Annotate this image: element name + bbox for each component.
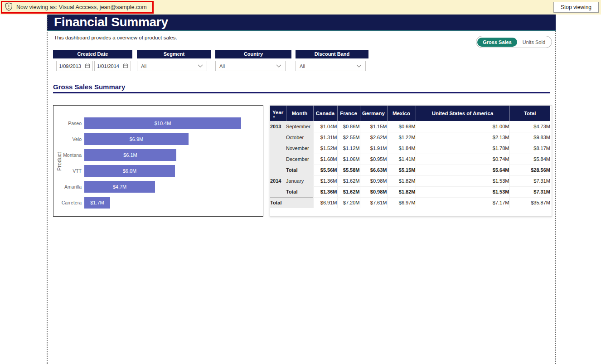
gross-sales-matrix[interactable]: Year▲MonthCanadaFranceGermanyMexicoUnite…: [270, 105, 552, 217]
month-cell[interactable]: December: [286, 154, 313, 165]
table-row[interactable]: December$1.68M$1.06M$0.95M$1.41M$0.74M$5…: [270, 154, 550, 165]
value-cell[interactable]: $0.95M: [360, 154, 387, 165]
value-cell[interactable]: $5.64M: [416, 165, 509, 175]
row-total-cell[interactable]: $9.83M: [509, 132, 550, 143]
month-cell[interactable]: Total: [286, 165, 313, 175]
year-cell[interactable]: [270, 132, 286, 143]
year-cell[interactable]: 2014: [270, 175, 286, 186]
year-cell[interactable]: Total: [270, 197, 286, 208]
row-total-cell[interactable]: $7.31M: [509, 186, 550, 197]
bar-carretera[interactable]: $1.7M: [84, 197, 110, 209]
month-cell[interactable]: January: [286, 175, 313, 186]
row-total-cell[interactable]: $35.87M: [509, 197, 550, 208]
row-total-cell[interactable]: $8.17M: [509, 143, 550, 154]
year-cell[interactable]: [270, 165, 286, 175]
value-cell[interactable]: $1.36M: [313, 186, 337, 197]
value-cell[interactable]: $7.20M: [337, 197, 360, 208]
year-cell[interactable]: [270, 186, 286, 197]
value-cell[interactable]: $0.86M: [337, 121, 360, 132]
column-header-mexico[interactable]: Mexico: [387, 106, 416, 121]
value-cell[interactable]: $0.98M: [360, 175, 387, 186]
country-dropdown[interactable]: All: [215, 61, 286, 71]
table-row[interactable]: 2013September$1.04M$0.86M$1.15M$0.68M$1.…: [270, 121, 550, 132]
value-cell[interactable]: $6.63M: [360, 165, 387, 175]
row-total-cell[interactable]: $28.56M: [509, 165, 550, 175]
value-cell[interactable]: $1.53M: [416, 175, 509, 186]
year-cell[interactable]: [270, 143, 286, 154]
bar-montana[interactable]: $6.1M: [84, 149, 176, 161]
table-row[interactable]: Total$1.36M$1.62M$0.98M$1.82M$1.53M$7.31…: [270, 186, 550, 197]
month-cell[interactable]: November: [286, 143, 313, 154]
column-header-france[interactable]: France: [337, 106, 360, 121]
value-cell[interactable]: $2.13M: [416, 132, 509, 143]
bar-vtt[interactable]: $6.0M: [84, 165, 175, 177]
measure-toggle[interactable]: Gross Sales Units Sold: [476, 36, 552, 48]
segment-dropdown[interactable]: All: [137, 61, 207, 71]
value-cell[interactable]: $2.62M: [360, 132, 387, 143]
month-cell[interactable]: [286, 197, 313, 208]
discount-band-dropdown[interactable]: All: [296, 61, 366, 71]
value-cell[interactable]: $1.00M: [416, 121, 509, 132]
gross-sales-bar-chart[interactable]: Product Paseo$10.4MVelo$6.9MMontana$6.1M…: [53, 105, 263, 217]
value-cell[interactable]: $1.62M: [337, 175, 360, 186]
month-cell[interactable]: Total: [286, 186, 313, 197]
value-cell[interactable]: $0.74M: [416, 154, 509, 165]
value-cell[interactable]: $1.82M: [387, 175, 416, 186]
column-header-canada[interactable]: Canada: [313, 106, 337, 121]
value-cell[interactable]: $1.62M: [337, 186, 360, 197]
month-cell[interactable]: September: [286, 121, 313, 132]
month-cell[interactable]: October: [286, 132, 313, 143]
table-row[interactable]: October$1.31M$2.55M$2.62M$1.22M$2.13M$9.…: [270, 132, 550, 143]
value-cell[interactable]: $1.12M: [337, 143, 360, 154]
value-cell[interactable]: $5.58M: [337, 165, 360, 175]
value-cell[interactable]: $7.61M: [360, 197, 387, 208]
value-cell[interactable]: $1.52M: [313, 143, 337, 154]
value-cell[interactable]: $6.91M: [313, 197, 337, 208]
table-row[interactable]: Total$5.56M$5.58M$6.63M$5.15M$5.64M$28.5…: [270, 165, 550, 175]
value-cell[interactable]: $1.91M: [360, 143, 387, 154]
value-cell[interactable]: $1.31M: [313, 132, 337, 143]
value-cell[interactable]: $1.84M: [387, 143, 416, 154]
bar-amarilla[interactable]: $4.7M: [84, 181, 155, 193]
value-cell[interactable]: $5.56M: [313, 165, 337, 175]
end-date-input[interactable]: 1/01/2014: [94, 61, 131, 71]
start-date-input[interactable]: 1/09/2013: [56, 61, 93, 71]
column-header-germany[interactable]: Germany: [360, 106, 387, 121]
table-row[interactable]: November$1.52M$1.12M$1.91M$1.84M$1.78M$8…: [270, 143, 550, 154]
value-cell[interactable]: $1.22M: [387, 132, 416, 143]
value-cell[interactable]: $1.68M: [313, 154, 337, 165]
value-cell[interactable]: $1.41M: [387, 154, 416, 165]
value-cell[interactable]: $0.68M: [387, 121, 416, 132]
calendar-icon[interactable]: [123, 63, 128, 69]
discount-band-dropdown-value: All: [300, 63, 305, 69]
value-cell[interactable]: $6.97M: [387, 197, 416, 208]
value-cell[interactable]: $1.06M: [337, 154, 360, 165]
table-row[interactable]: Total$6.91M$7.20M$7.61M$6.97M$7.17M$35.8…: [270, 197, 550, 208]
year-cell[interactable]: 2013: [270, 121, 286, 132]
column-header-total[interactable]: Total: [509, 106, 550, 121]
toggle-gross-sales-button[interactable]: Gross Sales: [477, 38, 517, 47]
stop-viewing-button[interactable]: Stop viewing: [553, 2, 599, 13]
table-row[interactable]: 2014January$1.36M$1.62M$0.98M$1.82M$1.53…: [270, 175, 550, 186]
column-header-united-states-of-america[interactable]: United States of America: [416, 106, 509, 121]
row-total-cell[interactable]: $5.84M: [509, 154, 550, 165]
value-cell[interactable]: $1.15M: [360, 121, 387, 132]
year-cell[interactable]: [270, 154, 286, 165]
value-cell[interactable]: $1.53M: [416, 186, 509, 197]
value-cell[interactable]: $7.17M: [416, 197, 509, 208]
value-cell[interactable]: $2.55M: [337, 132, 360, 143]
value-cell[interactable]: $1.04M: [313, 121, 337, 132]
calendar-icon[interactable]: [85, 63, 90, 69]
value-cell[interactable]: $0.98M: [360, 186, 387, 197]
value-cell[interactable]: $1.36M: [313, 175, 337, 186]
value-cell[interactable]: $1.82M: [387, 186, 416, 197]
toggle-units-sold-button[interactable]: Units Sold: [517, 38, 551, 47]
value-cell[interactable]: $5.15M: [387, 165, 416, 175]
column-header-month[interactable]: Month: [286, 106, 313, 121]
value-cell[interactable]: $1.78M: [416, 143, 509, 154]
column-header-year[interactable]: Year▲: [270, 106, 286, 121]
bar-velo[interactable]: $6.9M: [84, 133, 189, 145]
bar-paseo[interactable]: $10.4M: [84, 117, 241, 129]
row-total-cell[interactable]: $4.73M: [509, 121, 550, 132]
row-total-cell[interactable]: $7.31M: [509, 175, 550, 186]
